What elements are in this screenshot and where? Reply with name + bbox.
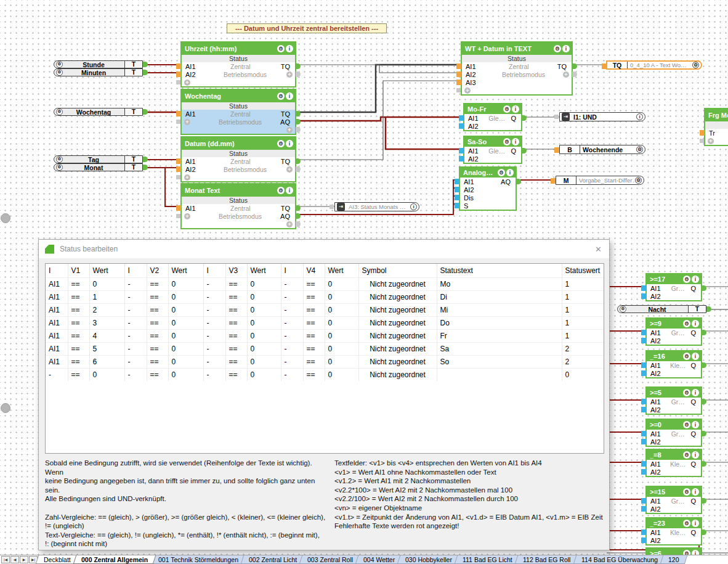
table-cell[interactable]: 0 [325, 317, 358, 330]
table-cell[interactable]: 1 [562, 317, 604, 330]
sheet-tab[interactable]: 000 Zentral Allgemein [73, 555, 156, 564]
table-cell[interactable]: 6 [89, 356, 124, 369]
gear-icon[interactable]: ⚙ [277, 92, 285, 100]
output-nub[interactable] [522, 148, 527, 153]
gear-icon[interactable]: ⚙ [683, 421, 690, 428]
info-icon[interactable]: i [286, 92, 293, 100]
table-cell[interactable]: == [147, 356, 168, 369]
table-cell[interactable]: - [281, 278, 303, 291]
output-nub[interactable] [702, 330, 706, 335]
table-cell[interactable]: - [124, 356, 147, 369]
input-node-wochentag[interactable]: ⚙WochentagT [54, 108, 143, 116]
input-node-tag[interactable]: ⚙TagT [54, 155, 143, 163]
table-cell[interactable]: 1 [562, 291, 604, 304]
gear-icon[interactable]: ⚙ [683, 389, 690, 396]
table-cell[interactable]: - [124, 343, 147, 356]
sheet-tab[interactable]: 030 Hobbykeller [397, 555, 460, 564]
sheet-tab[interactable]: 112 Bad EG Roll [515, 555, 579, 564]
table-cell[interactable]: - [203, 304, 225, 317]
input-stub[interactable] [455, 179, 459, 184]
table-cell[interactable]: - [203, 369, 225, 382]
output-nub[interactable] [143, 70, 148, 75]
table-cell[interactable]: Nicht zugeordnet [358, 317, 437, 330]
input-stub[interactable] [700, 139, 704, 143]
input-stub[interactable] [641, 330, 646, 335]
table-cell[interactable]: 1 [562, 330, 604, 343]
table-cell[interactable]: == [147, 317, 168, 330]
function-block[interactable]: Uhrzeit (hh:mm)⚙iStatusAI1ZentralTQAI2Be… [180, 41, 296, 88]
table-cell[interactable]: AI1 [46, 291, 68, 304]
table-cell[interactable]: AI1 [46, 343, 68, 356]
table-cell[interactable]: == [303, 356, 325, 369]
table-cell[interactable]: == [147, 278, 168, 291]
info-icon[interactable]: i [410, 203, 417, 210]
add-output-icon[interactable]: + [286, 221, 293, 227]
next-sheet-button[interactable]: ▶ [20, 556, 28, 563]
table-cell[interactable]: 0 [325, 369, 358, 382]
info-icon[interactable]: i [512, 138, 519, 145]
table-cell[interactable]: Nicht zugeordnet [358, 330, 437, 343]
function-block[interactable]: Datum (dd.mm)⚙iStatusAI1ZentralTQAI2Betr… [180, 136, 296, 182]
table-cell[interactable]: So [437, 356, 562, 369]
gear-icon[interactable]: ⚙ [503, 105, 511, 113]
input-stub[interactable] [641, 338, 646, 343]
output-nub[interactable] [143, 165, 148, 170]
table-cell[interactable]: == [147, 304, 168, 317]
table-row[interactable]: AI1==3-==0-==0-==0Nicht zugeordnetDo1 [46, 317, 604, 330]
info-icon[interactable]: i [692, 488, 699, 496]
sheet-tab[interactable]: 002 Zentral Licht [241, 555, 305, 564]
function-block[interactable]: >=17⚙iAI1Gr…QAI2 [645, 273, 702, 301]
table-cell[interactable]: - [203, 317, 225, 330]
input-stub[interactable] [456, 63, 461, 69]
sheet-tab[interactable]: Deckblatt [36, 555, 79, 564]
output-nub[interactable] [522, 115, 527, 121]
gear-icon[interactable]: ⚙ [56, 69, 63, 76]
table-cell[interactable]: 0 [168, 356, 203, 369]
column-header[interactable]: V4 [303, 264, 325, 278]
table-cell[interactable]: 0 [168, 369, 203, 382]
sheet-tab[interactable]: 111 Bad EG Licht [455, 555, 520, 564]
column-header[interactable]: Statuswert [562, 264, 604, 278]
table-row[interactable]: AI1==5-==0-==0-==0Nicht zugeordnetSa2 [46, 343, 604, 356]
output-node[interactable]: BWochenende⚙ [559, 145, 645, 154]
column-header[interactable]: Symbol [358, 264, 437, 278]
table-cell[interactable]: == [147, 291, 168, 304]
input-stub[interactable] [641, 431, 646, 436]
info-icon[interactable]: i [636, 113, 643, 120]
info-icon[interactable]: i [692, 421, 699, 428]
table-cell[interactable]: 1 [562, 304, 604, 317]
table-cell[interactable]: == [68, 317, 89, 330]
table-cell[interactable]: == [225, 330, 247, 343]
function-block[interactable]: Monat Text⚙iStatusAI1ZentralTQ+Betriebsm… [180, 183, 296, 229]
input-stub[interactable] [641, 362, 646, 368]
table-cell[interactable]: 0 [325, 330, 358, 343]
sheet-tab[interactable]: 114 Bad EG Überwachung [573, 555, 666, 564]
table-row[interactable]: AI1==4-==0-==0-==0Nicht zugeordnetFr1 [46, 330, 604, 343]
add-input-icon[interactable]: + [184, 174, 190, 181]
input-stub[interactable] [641, 498, 646, 504]
output-nub[interactable] [296, 119, 301, 125]
input-stub[interactable] [176, 175, 180, 179]
input-node-monat[interactable]: ⚙MonatT [54, 163, 143, 171]
input-stub[interactable] [641, 399, 646, 404]
input-node-minuten[interactable]: ⚙MinutenT [54, 68, 143, 76]
input-stub[interactable] [641, 469, 646, 475]
table-cell[interactable]: 5 [89, 343, 124, 356]
input-stub[interactable] [459, 123, 464, 129]
input-stub[interactable] [459, 156, 464, 161]
input-stub[interactable] [176, 205, 181, 211]
output-nub[interactable] [296, 111, 301, 116]
input-stub[interactable] [176, 158, 181, 164]
input-stub[interactable] [641, 506, 646, 512]
table-cell[interactable]: 2 [562, 356, 604, 369]
table-cell[interactable]: 0 [247, 317, 281, 330]
info-icon[interactable]: i [286, 187, 293, 194]
column-header[interactable]: I [46, 264, 68, 278]
gear-icon[interactable]: ⚙ [277, 45, 285, 52]
table-cell[interactable]: Mi [437, 304, 562, 317]
gear-icon[interactable]: ⚙ [503, 138, 511, 145]
table-cell[interactable]: AI1 [46, 330, 68, 343]
add-output-icon[interactable]: + [563, 72, 569, 78]
gear-icon[interactable]: ⚙ [635, 177, 642, 184]
table-row[interactable]: AI1==2-==0-==0-==0Nicht zugeordnetMi1 [46, 304, 604, 317]
